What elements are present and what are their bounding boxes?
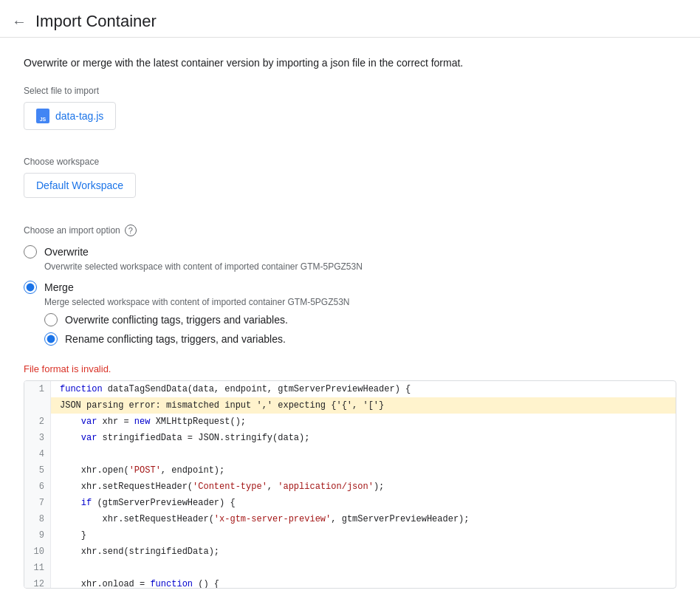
line-number: 9 — [24, 527, 51, 544]
merge-description: Merge selected workspace with content of… — [44, 297, 676, 307]
code-line: 1function dataTagSendData(data, endpoint… — [24, 381, 676, 397]
code-line: 8 xhr.setRequestHeader('x-gtm-server-pre… — [24, 511, 676, 527]
line-number: 5 — [24, 462, 51, 479]
line-content: xhr.setRequestHeader('Content-type', 'ap… — [51, 479, 393, 495]
file-section-label: Select file to import — [24, 86, 676, 96]
line-content: xhr.open('POST', endpoint); — [51, 462, 233, 479]
line-content: JSON parsing error: mismatched input ','… — [51, 397, 676, 414]
overwrite-desc-text: Overwrite selected workspace with conten… — [44, 261, 301, 272]
import-option-section: Choose an import option ? Overwrite Over… — [24, 225, 676, 352]
code-line: 11 — [24, 560, 676, 576]
code-scroll-area[interactable]: 1function dataTagSendData(data, endpoint… — [24, 381, 676, 588]
line-content: function dataTagSendData(data, endpoint,… — [51, 381, 419, 397]
overwrite-conflicts-label[interactable]: Overwrite conflicting tags, triggers and… — [65, 314, 288, 326]
overwrite-description: Overwrite selected workspace with conten… — [44, 261, 676, 272]
page-content: Overwrite or merge with the latest conta… — [0, 38, 700, 596]
code-line: 9 } — [24, 527, 676, 544]
rename-conflicts-row: Rename conflicting tags, triggers, and v… — [44, 332, 676, 346]
line-number: 3 — [24, 430, 51, 446]
overwrite-container-id: GTM-5PGZ53N — [301, 261, 363, 272]
code-line: 5 xhr.open('POST', endpoint); — [24, 462, 676, 479]
line-number: 8 — [24, 511, 51, 527]
error-message: File format is invalid. — [24, 363, 676, 374]
merge-sub-options: Overwrite conflicting tags, triggers and… — [44, 313, 676, 352]
merge-option: Merge Merge selected workspace with cont… — [24, 281, 676, 352]
workspace-name: Default Workspace — [36, 179, 123, 191]
code-line: 3 var stringifiedData = JSON.stringify(d… — [24, 430, 676, 446]
line-content: var stringifiedData = JSON.stringify(dat… — [51, 430, 318, 446]
line-number: 11 — [24, 560, 51, 576]
import-option-label: Choose an import option ? — [24, 225, 676, 236]
line-content: xhr.setRequestHeader('x-gtm-server-previ… — [51, 511, 478, 527]
rename-conflicts-label[interactable]: Rename conflicting tags, triggers, and v… — [65, 333, 286, 345]
merge-radio-row: Merge — [24, 281, 676, 294]
code-line: 2 var xhr = new XMLHttpRequest(); — [24, 414, 676, 430]
line-content: var xhr = new XMLHttpRequest(); — [51, 414, 255, 430]
rename-conflicts-radio[interactable] — [44, 332, 58, 346]
select-file-button[interactable]: data-tag.js — [24, 102, 116, 130]
line-number: 6 — [24, 479, 51, 495]
line-number: 4 — [24, 446, 51, 462]
file-section: Select file to import data-tag.js — [24, 86, 676, 145]
line-content: xhr.send(stringifiedData); — [51, 544, 228, 560]
code-line: 4 — [24, 446, 676, 462]
page-header: ← Import Container — [0, 0, 700, 38]
merge-radio[interactable] — [24, 281, 37, 294]
overwrite-conflicts-row: Overwrite conflicting tags, triggers and… — [44, 313, 676, 326]
line-number: 2 — [24, 414, 51, 430]
overwrite-conflicts-radio[interactable] — [44, 313, 58, 326]
code-line: 7 if (gtmServerPreviewHeader) { — [24, 495, 676, 511]
line-content: xhr.onload = function () { — [51, 576, 228, 588]
overwrite-label[interactable]: Overwrite — [44, 246, 89, 258]
line-content — [51, 560, 69, 576]
line-number: 1 — [24, 381, 51, 397]
file-icon — [36, 109, 49, 123]
code-line: 12 xhr.onload = function () { — [24, 576, 676, 588]
line-content: } — [51, 527, 95, 544]
workspace-button[interactable]: Default Workspace — [24, 173, 136, 198]
back-button[interactable]: ← — [12, 13, 27, 30]
page-title: Import Container — [35, 12, 157, 31]
code-line: 6 xhr.setRequestHeader('Content-type', '… — [24, 479, 676, 495]
code-line: 10 xhr.send(stringifiedData); — [24, 544, 676, 560]
merge-desc-text: Merge selected workspace with content of… — [44, 297, 288, 307]
overwrite-option: Overwrite Overwrite selected workspace w… — [24, 245, 676, 272]
code-lines: 1function dataTagSendData(data, endpoint… — [24, 381, 676, 588]
line-content: if (gtmServerPreviewHeader) { — [51, 495, 244, 511]
description-text: Overwrite or merge with the latest conta… — [24, 55, 676, 71]
code-viewer: 1function dataTagSendData(data, endpoint… — [24, 380, 676, 589]
overwrite-radio[interactable] — [24, 245, 37, 258]
line-number — [24, 397, 51, 414]
line-content — [51, 446, 69, 462]
workspace-section: Choose workspace Default Workspace — [24, 157, 676, 213]
line-number: 12 — [24, 576, 51, 588]
help-icon[interactable]: ? — [125, 225, 137, 236]
line-number: 7 — [24, 495, 51, 511]
import-option-label-text: Choose an import option — [24, 225, 120, 236]
merge-container-id: GTM-5PGZ53N — [288, 297, 350, 307]
workspace-section-label: Choose workspace — [24, 157, 676, 167]
merge-label[interactable]: Merge — [44, 281, 74, 293]
file-name: data-tag.js — [55, 110, 103, 122]
code-line: JSON parsing error: mismatched input ','… — [24, 397, 676, 414]
overwrite-radio-row: Overwrite — [24, 245, 676, 258]
line-number: 10 — [24, 544, 51, 560]
